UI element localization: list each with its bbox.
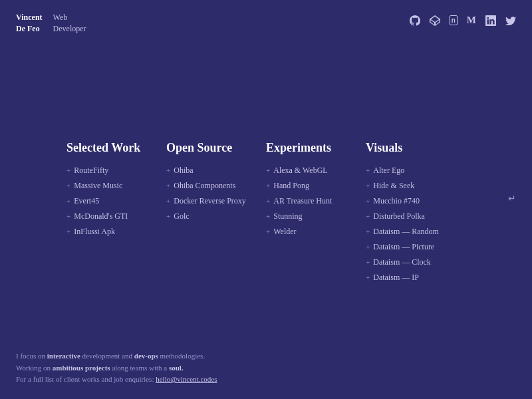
author-title: Web Developer	[53, 12, 86, 35]
footer: I focus on interactive development and d…	[16, 350, 217, 386]
plus-icon: +	[66, 227, 70, 235]
social-icons: n M	[410, 12, 516, 26]
list-item[interactable]: +Disturbed Polka	[366, 211, 466, 221]
experiments-list: +Alexa & WebGL +Hand Pong +AR Treasure H…	[266, 166, 366, 237]
open-source-list: +Ohiba +Ohiba Components +Docker Reverse…	[166, 166, 266, 221]
list-item[interactable]: +Ohiba	[166, 166, 266, 176]
list-item[interactable]: +Dataism — Picture	[366, 242, 466, 252]
twitter-icon[interactable]	[505, 15, 516, 26]
list-item[interactable]: +Massive Music	[66, 181, 166, 191]
plus-icon: +	[166, 197, 170, 205]
open-source-column: Open Source +Ohiba +Ohiba Components +Do…	[166, 141, 266, 288]
plus-icon: +	[166, 166, 170, 174]
list-item[interactable]: +Mucchio #740	[366, 196, 466, 206]
footer-bold-ambitious: ambitious projects	[53, 364, 110, 372]
npm-icon[interactable]: n	[450, 15, 458, 25]
plus-icon: +	[366, 258, 370, 266]
list-item[interactable]: +Stunning	[266, 211, 366, 221]
list-item[interactable]: +Golc	[166, 211, 266, 221]
experiments-column: Experiments +Alexa & WebGL +Hand Pong +A…	[266, 141, 366, 288]
list-item[interactable]: +Hide & Seek	[366, 181, 466, 191]
footer-line1: I focus on interactive development and d…	[16, 350, 217, 362]
codepen-icon[interactable]	[430, 15, 440, 26]
selected-work-column: Selected Work +RouteFifty +Massive Music…	[66, 141, 166, 288]
cursor: ↵	[508, 193, 516, 204]
plus-icon: +	[366, 166, 370, 174]
plus-icon: +	[166, 182, 170, 190]
header: Vincent De Feo Web Developer n M	[0, 0, 532, 35]
list-item[interactable]: +Dataism — IP	[366, 273, 466, 283]
footer-bold-devops: dev-ops	[134, 352, 158, 360]
plus-icon: +	[366, 197, 370, 205]
list-item[interactable]: +McDonald's GTI	[66, 211, 166, 221]
github-icon[interactable]	[410, 15, 420, 26]
linkedin-icon[interactable]	[485, 15, 496, 26]
list-item[interactable]: +RouteFifty	[66, 166, 166, 176]
footer-email[interactable]: hello@vincent.codes	[156, 375, 217, 383]
visuals-list: +Alter Ego +Hide & Seek +Mucchio #740 +D…	[366, 166, 466, 283]
list-item[interactable]: +Evert45	[66, 196, 166, 206]
list-item[interactable]: +AR Treasure Hunt	[266, 196, 366, 206]
plus-icon: +	[66, 182, 70, 190]
plus-icon: +	[166, 212, 170, 220]
list-item[interactable]: +Alexa & WebGL	[266, 166, 366, 176]
main-content: Selected Work +RouteFifty +Massive Music…	[0, 141, 532, 288]
plus-icon: +	[366, 243, 370, 251]
list-item[interactable]: +Dataism — Clock	[366, 257, 466, 267]
plus-icon: +	[266, 212, 270, 220]
list-item[interactable]: +Hand Pong	[266, 181, 366, 191]
plus-icon: +	[366, 273, 370, 281]
visuals-column: Visuals +Alter Ego +Hide & Seek +Mucchio…	[366, 141, 466, 288]
footer-line2: Working on ambitious projects along team…	[16, 362, 217, 374]
list-item[interactable]: +Docker Reverse Proxy	[166, 196, 266, 206]
list-item[interactable]: +Alter Ego	[366, 166, 466, 176]
columns-container: Selected Work +RouteFifty +Massive Music…	[66, 141, 466, 288]
list-item[interactable]: +Ohiba Components	[166, 181, 266, 191]
list-item[interactable]: +InFlussi Apk	[66, 227, 166, 237]
plus-icon: +	[266, 197, 270, 205]
plus-icon: +	[66, 197, 70, 205]
plus-icon: +	[66, 212, 70, 220]
plus-icon: +	[366, 212, 370, 220]
list-item[interactable]: +Dataism — Random	[366, 227, 466, 237]
list-item[interactable]: +Welder	[266, 227, 366, 237]
footer-line3: For a full list of client works and job …	[16, 374, 217, 386]
experiments-title: Experiments	[266, 141, 366, 155]
footer-bold-interactive: interactive	[47, 352, 80, 360]
header-left: Vincent De Feo Web Developer	[16, 12, 86, 35]
plus-icon: +	[266, 166, 270, 174]
plus-icon: +	[366, 182, 370, 190]
plus-icon: +	[66, 166, 70, 174]
author-name: Vincent De Feo	[16, 12, 43, 35]
medium-icon[interactable]: M	[467, 15, 476, 26]
visuals-title: Visuals	[366, 141, 466, 155]
plus-icon: +	[266, 227, 270, 235]
selected-work-title: Selected Work	[66, 141, 166, 155]
plus-icon: +	[366, 227, 370, 235]
open-source-title: Open Source	[166, 141, 266, 155]
selected-work-list: +RouteFifty +Massive Music +Evert45 +McD…	[66, 166, 166, 237]
footer-bold-soul: soul.	[169, 364, 184, 372]
plus-icon: +	[266, 182, 270, 190]
